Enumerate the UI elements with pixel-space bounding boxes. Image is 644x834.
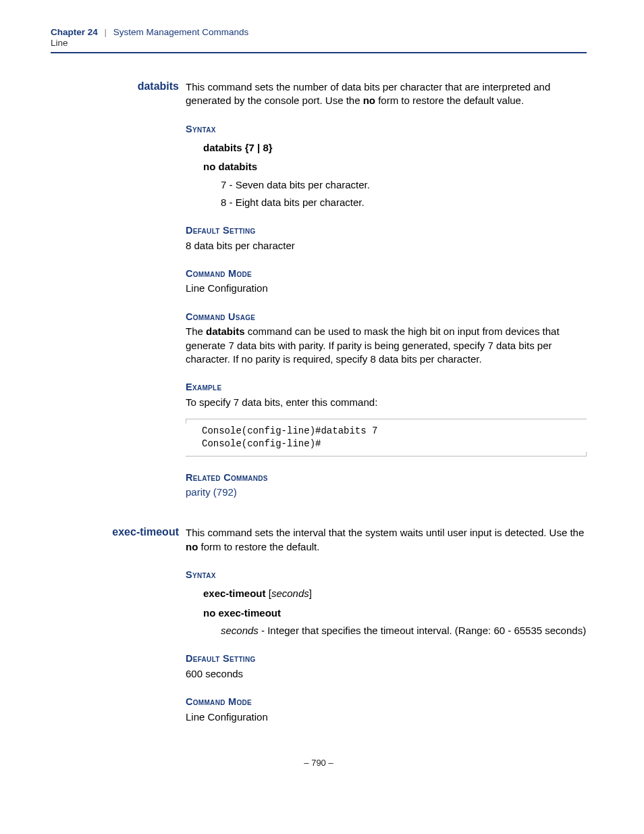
databits-entry: databits This command sets the number of… (51, 80, 587, 108)
chapter-title: System Management Commands (113, 27, 248, 37)
default-heading: Default Setting (186, 224, 587, 238)
bracket: [ (266, 588, 271, 599)
exec-timeout-intro: This command sets the interval that the … (186, 526, 587, 554)
example-heading: Example (186, 381, 587, 394)
text: The (186, 325, 206, 337)
chapter-line: Chapter 24 | System Management Commands (51, 27, 587, 37)
usage-heading: Command Usage (186, 311, 587, 324)
param-7: 7 - Seven data bits per character. (221, 178, 587, 192)
default-heading: Default Setting (186, 652, 587, 666)
page-root: Chapter 24 | System Management Commands … (0, 0, 644, 788)
databits-keyword: databits (206, 325, 245, 337)
bracket: ] (309, 588, 312, 599)
syntax-line: exec-timeout [seconds] (203, 587, 587, 600)
param-desc: - Integer that specifies the timeout int… (259, 625, 586, 636)
syntax-args: {7 | 8} (242, 142, 273, 153)
related-heading: Related Commands (186, 471, 587, 485)
param-name: seconds (221, 625, 259, 636)
mode-body: Line Configuration (186, 710, 587, 724)
chapter-label: Chapter 24 (51, 27, 98, 37)
syntax-no: no exec-timeout (203, 607, 281, 619)
sub-header: Line (51, 38, 587, 48)
syntax-cmd: databits (203, 142, 242, 153)
default-body: 8 data bits per character (186, 239, 587, 253)
param-8: 8 - Eight data bits per character. (221, 196, 587, 209)
param-seconds: seconds - Integer that specifies the tim… (221, 624, 587, 637)
mode-body: Line Configuration (186, 282, 587, 295)
syntax-no: no databits (203, 161, 257, 172)
text: form to restore the default. (198, 541, 319, 552)
syntax-no-line: no databits (203, 160, 587, 174)
databits-intro: This command sets the number of data bit… (186, 80, 587, 108)
default-body: 600 seconds (186, 667, 587, 681)
syntax-heading: Syntax (186, 569, 587, 582)
example-intro: To specify 7 data bits, enter this comma… (186, 396, 587, 409)
example-code: Console(config-line)#databits 7 Console(… (186, 419, 587, 457)
syntax-heading: Syntax (186, 123, 587, 136)
related-link[interactable]: parity (792) (186, 486, 587, 499)
page-header: Chapter 24 | System Management Commands … (51, 27, 587, 53)
separator: | (101, 27, 111, 37)
usage-body: The databits command can be used to mask… (186, 325, 587, 366)
mode-heading: Command Mode (186, 267, 587, 281)
no-keyword: no (186, 541, 198, 552)
exec-timeout-body: Syntax exec-timeout [seconds] no exec-ti… (186, 569, 587, 724)
exec-timeout-entry: exec-timeout This command sets the inter… (51, 526, 587, 554)
mode-heading: Command Mode (186, 696, 587, 709)
databits-body: Syntax databits {7 | 8} no databits 7 - … (186, 123, 587, 500)
no-keyword: no (363, 95, 375, 106)
databits-label: databits (51, 80, 186, 93)
text: This command sets the interval that the … (186, 527, 584, 538)
syntax-arg: seconds (271, 588, 309, 599)
page-number: – 790 – (51, 758, 587, 768)
syntax-line: databits {7 | 8} (203, 141, 587, 155)
text: form to restore the default value. (375, 95, 524, 106)
exec-timeout-label: exec-timeout (51, 526, 186, 538)
syntax-cmd: exec-timeout (203, 588, 266, 599)
syntax-no-line: no exec-timeout (203, 606, 587, 620)
